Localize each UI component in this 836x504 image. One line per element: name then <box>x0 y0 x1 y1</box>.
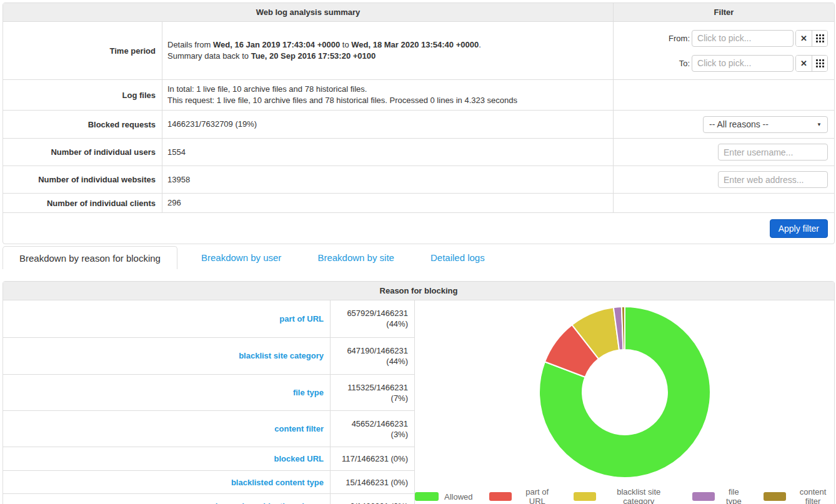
reasons-select[interactable]: -- All reasons -- ▼ <box>703 116 828 133</box>
legend-label: content filter <box>792 487 834 504</box>
tab-detailed-logs[interactable]: Detailed logs <box>418 246 497 269</box>
legend-swatch-icon <box>415 492 439 501</box>
filter-to-group: To: ✕ <box>679 55 828 72</box>
reason-panel-title: Reason for blocking <box>3 282 834 300</box>
legend-item: part of URL <box>489 487 557 504</box>
clients-value: 296 <box>162 193 613 212</box>
websites-label: Number of individual websites <box>3 166 162 193</box>
legend-item: content filter <box>764 487 834 504</box>
calendar-grid-icon <box>816 59 824 67</box>
to-label: To: <box>679 59 690 68</box>
time-period-summary-line: Summary data back to Tue, 20 Sep 2016 17… <box>167 51 608 62</box>
reason-link-content-filter[interactable]: content filter <box>274 424 324 433</box>
reason-count: 45652/1466231 (3%) <box>330 410 414 447</box>
from-label: From: <box>669 34 690 43</box>
reason-donut-chart <box>537 305 712 480</box>
reason-count: 115325/1466231 (7%) <box>330 374 414 411</box>
summary-back-date: Tue, 20 Sep 2016 17:53:20 +0100 <box>251 51 376 61</box>
filter-date-cell: From: ✕ To: ✕ <box>613 22 834 79</box>
web-log-summary-table: Web log analysis summary Filter Time per… <box>2 2 835 244</box>
legend-label: part of URL <box>517 487 557 504</box>
reason-for-blocking-table: Reason for blocking part of URL 657929/1… <box>2 281 835 504</box>
select-caret-icon: ▼ <box>817 122 822 127</box>
page: Web log analysis summary Filter Time per… <box>0 0 836 504</box>
time-period-label: Time period <box>3 22 162 79</box>
blocked-requests-label: Blocked requests <box>3 110 162 138</box>
chart-legend: Allowedpart of URLblacklist site categor… <box>415 487 834 504</box>
legend-label: file type <box>720 487 747 504</box>
apply-filter-button[interactable]: Apply filter <box>770 219 828 238</box>
legend-item: Allowed <box>415 487 473 504</box>
blocked-requests-value: 1466231/7632709 (19%) <box>162 110 613 138</box>
filter-from-group: From: ✕ <box>669 30 828 47</box>
clear-x-icon: ✕ <box>800 34 807 42</box>
web-address-input[interactable] <box>718 171 828 188</box>
summary-panel-title: Web log analysis summary <box>3 3 613 22</box>
legend-swatch-icon <box>574 492 596 501</box>
to-date-input[interactable] <box>692 55 794 72</box>
to-date: Wed, 18 Mar 2020 13:54:40 +0000 <box>351 40 479 49</box>
legend-label: blacklist site category <box>602 487 676 504</box>
reason-count: 657929/1466231 (44%) <box>330 300 414 337</box>
from-calendar-button[interactable] <box>812 31 827 46</box>
legend-swatch-icon <box>489 492 512 501</box>
reason-count: 117/1466231 (0%) <box>330 447 414 470</box>
reason-link-blocked-url[interactable]: blocked URL <box>274 454 324 463</box>
to-calendar-button[interactable] <box>812 56 827 71</box>
time-period-details-line: Details from Wed, 16 Jan 2019 17:43:04 +… <box>167 39 608 51</box>
legend-item: file type <box>692 487 747 504</box>
tab-breakdown-by-site[interactable]: Breakdown by site <box>305 246 407 269</box>
users-label: Number of individual users <box>3 138 162 166</box>
reason-count: 15/1466231 (0%) <box>330 470 414 494</box>
tab-breakdown-by-reason[interactable]: Breakdown by reason for blocking <box>2 246 177 269</box>
clients-label: Number of individual clients <box>3 193 162 212</box>
clear-x-icon: ✕ <box>800 59 807 67</box>
calendar-grid-icon <box>816 34 824 42</box>
reason-count: 3/1466231 (0%) <box>330 493 414 504</box>
log-files-value: In total: 1 live file, 10 archive files … <box>162 79 613 110</box>
reason-link-part-of-url[interactable]: part of URL <box>279 314 324 324</box>
reason-link-blacklist-site-category[interactable]: blacklist site category <box>239 351 324 360</box>
legend-swatch-icon <box>764 492 786 501</box>
time-period-value: Details from Wed, 16 Jan 2019 17:43:04 +… <box>162 22 613 79</box>
from-clear-button[interactable]: ✕ <box>796 31 812 46</box>
filter-panel-title: Filter <box>613 3 834 22</box>
reason-link-banned-combination-phrase[interactable]: banned combination phrase <box>216 502 324 504</box>
tab-breakdown-by-user[interactable]: Breakdown by user <box>189 246 294 269</box>
to-clear-button[interactable]: ✕ <box>796 56 812 71</box>
users-value: 1554 <box>162 138 613 166</box>
filter-empty-cell <box>613 79 834 110</box>
reasons-select-value: -- All reasons -- <box>709 119 769 129</box>
reason-chart-cell: Allowedpart of URLblacklist site categor… <box>414 300 834 504</box>
legend-item: blacklist site category <box>574 487 676 504</box>
websites-value: 13958 <box>162 166 613 193</box>
reason-link-blacklisted-content-type[interactable]: blacklisted content type <box>231 478 324 487</box>
reason-count: 647190/1466231 (44%) <box>330 337 414 374</box>
legend-swatch-icon <box>692 492 715 501</box>
from-date: Wed, 16 Jan 2019 17:43:04 +0000 <box>213 40 340 49</box>
from-date-input[interactable] <box>692 30 794 47</box>
username-input[interactable] <box>718 144 828 161</box>
legend-row: Allowedpart of URLblacklist site categor… <box>415 487 834 504</box>
log-files-line1: In total: 1 live file, 10 archive files … <box>167 84 608 95</box>
reason-link-file-type[interactable]: file type <box>293 388 324 397</box>
legend-label: Allowed <box>444 492 473 502</box>
breakdown-tabs: Breakdown by reason for blocking Breakdo… <box>2 246 834 269</box>
log-files-label: Log files <box>3 79 162 110</box>
apply-filter-row: Apply filter <box>3 212 834 244</box>
log-files-line2: This request: 1 live file, 10 archive fi… <box>167 95 608 106</box>
